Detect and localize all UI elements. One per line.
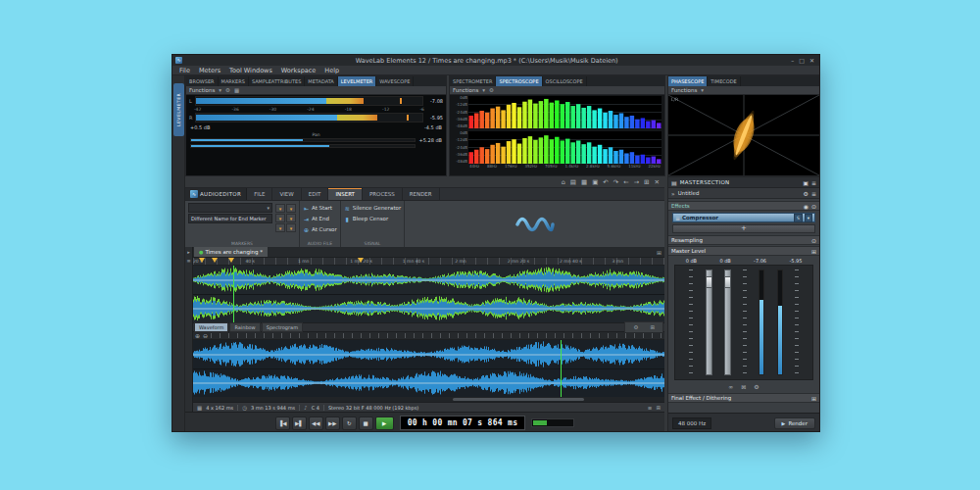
ribbon-tab[interactable]: EDIT bbox=[302, 188, 329, 200]
preset-row[interactable]: » Untitled ⚙ ≡ bbox=[668, 188, 819, 199]
marker-icon[interactable] bbox=[358, 258, 364, 263]
lock-icon[interactable]: ⊠ bbox=[741, 383, 746, 390]
length-status[interactable]: 3 mn 13 s 944 ms bbox=[251, 405, 295, 411]
power-icon[interactable]: ⊙ bbox=[811, 237, 816, 244]
close-button[interactable]: ✕ bbox=[809, 57, 814, 64]
frame-icon[interactable]: ▣ bbox=[592, 178, 598, 186]
gear-icon[interactable]: ⚙ bbox=[804, 190, 808, 197]
link-icon[interactable]: ∞ bbox=[728, 383, 733, 390]
ribbon-tab[interactable]: FILE bbox=[247, 188, 272, 200]
waveform-main-canvas[interactable] bbox=[193, 340, 664, 397]
effects-header[interactable]: Effects ◉ ⊙ bbox=[668, 201, 819, 211]
grid-icon[interactable]: ▦ bbox=[581, 178, 587, 186]
power-icon[interactable]: ⊙ bbox=[811, 203, 816, 210]
maximize-button[interactable]: □ bbox=[799, 57, 805, 64]
expand-icon[interactable]: ⊞ bbox=[654, 249, 664, 256]
meter-panel-tab[interactable]: SAMPLEATTRIBUTES bbox=[249, 76, 305, 86]
marker-insert-button[interactable]: ▾ bbox=[275, 204, 285, 213]
spectro-panel-tab[interactable]: SPECTROSCOPE bbox=[496, 76, 542, 86]
marker-insert-button[interactable]: ▾ bbox=[286, 204, 296, 213]
expand-icon[interactable]: ⊞ bbox=[656, 405, 661, 411]
gear-icon[interactable]: ⚙ bbox=[225, 87, 230, 93]
functions-menu[interactable]: Functions bbox=[671, 87, 697, 93]
gear-icon[interactable]: ⚙ bbox=[629, 323, 642, 331]
menu-item[interactable]: Workspace bbox=[281, 67, 317, 74]
at-end-button[interactable]: ⇥ At End bbox=[303, 214, 337, 223]
document-tab[interactable]: ● Times are changing * bbox=[194, 247, 268, 257]
frame-icon[interactable]: ▣ bbox=[803, 179, 808, 186]
view-tab-spectrogram[interactable]: Spectrogram bbox=[262, 322, 303, 332]
scrollbar-thumb[interactable] bbox=[453, 398, 585, 401]
master-level-header[interactable]: Master Level ⊞ bbox=[668, 246, 819, 256]
minimize-button[interactable]: – bbox=[791, 57, 794, 64]
ribbon-tab[interactable]: RENDER bbox=[403, 188, 440, 200]
master-fader-left[interactable] bbox=[706, 270, 712, 375]
zoom-in-icon[interactable]: ⊕ bbox=[195, 332, 200, 339]
menu-item[interactable]: Meters bbox=[199, 67, 220, 74]
stop-button[interactable]: ■ bbox=[359, 416, 373, 430]
spectro-panel-tab[interactable]: SPECTROMETER bbox=[450, 76, 496, 86]
eye-icon[interactable]: ◉ bbox=[804, 203, 808, 210]
zoom-out-icon[interactable]: ⊖ bbox=[203, 332, 208, 339]
redo-icon[interactable]: ↷ bbox=[613, 178, 618, 186]
format-status[interactable]: Stereo 32 bit F 48 000 Hz (192 kbps) bbox=[328, 405, 418, 411]
close-icon[interactable]: ✕ bbox=[655, 178, 660, 186]
layout-icon[interactable]: ▤ bbox=[570, 178, 576, 186]
menu-item[interactable]: File bbox=[179, 67, 190, 74]
expand-icon[interactable]: ⊞ bbox=[811, 248, 816, 255]
meter-panel-tab[interactable]: MARKERS bbox=[219, 76, 249, 86]
marker-icon[interactable] bbox=[228, 258, 234, 263]
horizontal-scrollbar[interactable] bbox=[193, 397, 664, 403]
loop-button[interactable]: ↻ bbox=[342, 416, 357, 430]
gear-icon[interactable]: ⚙ bbox=[489, 87, 494, 93]
rewind-button[interactable]: ◀◀ bbox=[309, 416, 323, 430]
marker-icon[interactable] bbox=[199, 258, 205, 263]
home-icon[interactable]: ⌂ bbox=[562, 178, 565, 186]
functions-menu[interactable]: Functions bbox=[189, 87, 215, 93]
resampling-header[interactable]: Resampling ⊙ bbox=[668, 235, 819, 245]
meter-panel-tab[interactable]: LEVELMETER bbox=[338, 76, 376, 86]
expand-icon[interactable]: ⊞ bbox=[811, 395, 816, 402]
marker-icon[interactable] bbox=[212, 258, 218, 263]
menu-icon[interactable]: ≡ bbox=[811, 179, 816, 186]
undo-icon[interactable]: ↶ bbox=[603, 178, 608, 186]
meter-panel-tab[interactable]: METADATA bbox=[305, 76, 337, 86]
titlebar[interactable]: ∿ WaveLab Elements 12 / Times are changi… bbox=[172, 55, 819, 66]
marker-insert-button[interactable]: ▾ bbox=[286, 223, 296, 232]
master-section-header[interactable]: ▤ MASTERSECTION ▣ ≡ bbox=[668, 177, 819, 188]
end-marker-name-field[interactable]: Different Name for End Marker bbox=[188, 214, 272, 223]
at-cursor-button[interactable]: ⊕ At Cursor bbox=[303, 224, 337, 234]
back-icon[interactable]: ← bbox=[623, 178, 628, 186]
spectro-panel-tab[interactable]: OSCILLOSCOPE bbox=[543, 76, 587, 86]
view-tab-rainbow[interactable]: Rainbow bbox=[229, 322, 260, 332]
marker-insert-button[interactable]: ▾ bbox=[275, 223, 285, 232]
functions-menu[interactable]: Functions bbox=[453, 87, 478, 93]
time-ruler[interactable]: 20 s40 s 1 mn1 mn 20 s 1 mn 40 s2 mn 2 m… bbox=[193, 258, 664, 266]
menu-item[interactable]: Help bbox=[324, 67, 339, 74]
play-button[interactable]: ▶ bbox=[375, 416, 394, 430]
marker-insert-button[interactable]: ▾ bbox=[275, 214, 285, 222]
note-status[interactable]: C 4 bbox=[312, 405, 319, 411]
silence-generator-button[interactable]: ≋ Silence Generator bbox=[344, 203, 402, 213]
skip-start-button[interactable]: ▐◀ bbox=[275, 416, 290, 430]
final-effect-header[interactable]: Final Effect / Dithering ⊞ bbox=[668, 393, 819, 403]
at-start-button[interactable]: ⇤ At Start bbox=[303, 203, 337, 213]
waveform-overview-canvas[interactable] bbox=[193, 266, 664, 322]
meter-panel-tab[interactable]: BROWSER bbox=[186, 76, 219, 86]
view-tab-waveform[interactable]: Waveform bbox=[194, 322, 228, 332]
marker-insert-button[interactable]: ▾ bbox=[286, 214, 296, 222]
marker-name-combo[interactable]: ▾ bbox=[188, 203, 272, 213]
ribbon-tab[interactable]: VIEW bbox=[272, 188, 301, 200]
menu-icon[interactable]: ≡ bbox=[811, 190, 816, 197]
expand-icon[interactable]: ⊞ bbox=[644, 178, 649, 186]
side-tab-levelmeter[interactable]: LEVELMETER bbox=[173, 83, 184, 136]
forward-icon[interactable]: → bbox=[634, 178, 639, 186]
effect-slot-compressor[interactable]: ≡ Compressor S ▾ bbox=[672, 213, 815, 222]
chevron-down-icon[interactable]: ▾ bbox=[805, 214, 812, 222]
expand-icon[interactable]: ⊞ bbox=[646, 323, 659, 331]
menu-icon[interactable]: ≡ bbox=[648, 405, 653, 411]
grid-icon[interactable]: ▦ bbox=[234, 87, 239, 93]
gear-icon[interactable]: ⚙ bbox=[754, 383, 759, 390]
ribbon-tab[interactable]: INSERT bbox=[328, 188, 362, 200]
zoom-status[interactable]: 4 x 162 ms bbox=[206, 405, 233, 411]
